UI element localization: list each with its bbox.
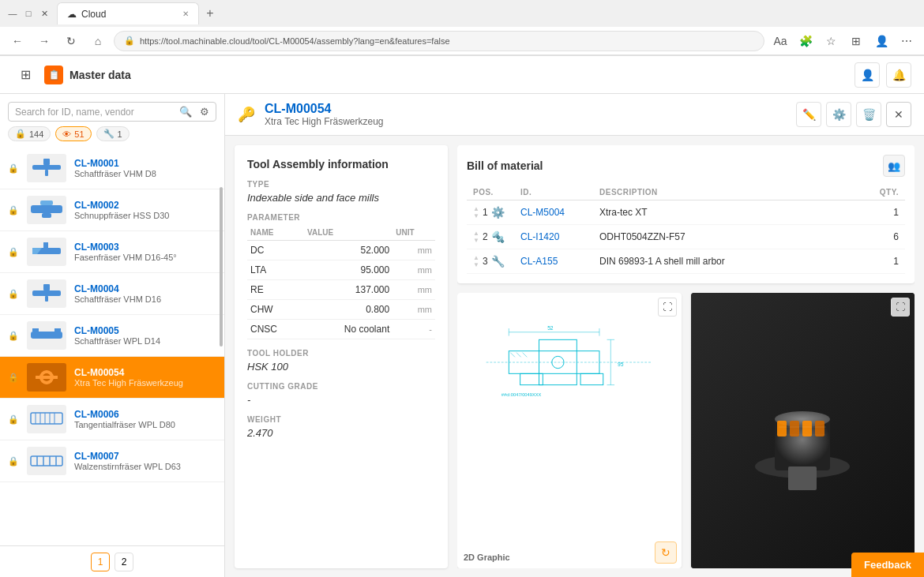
advanced-filter-icon[interactable]: ⚙ — [200, 106, 209, 118]
sidebar-item-cl-m0005[interactable]: 🔒 CL-M0005 Schaftfräser WPL D14 — [0, 315, 224, 357]
svg-text:52: 52 — [547, 325, 554, 331]
sidebar-scrollbar[interactable] — [220, 187, 223, 347]
forward-button[interactable]: → — [33, 30, 55, 52]
active-tab[interactable]: ☁ Cloud ✕ — [57, 2, 199, 24]
user-button[interactable]: 👤 — [855, 62, 880, 88]
lock-icon-7: 🔒 — [8, 414, 19, 425]
bom-id[interactable]: CL-M5004 — [514, 200, 593, 225]
profile-icon[interactable]: 👤 — [870, 30, 892, 52]
minimize-button[interactable]: — — [6, 7, 19, 20]
search-icon[interactable]: 🔍 — [179, 106, 192, 118]
translate-icon[interactable]: Aa — [769, 30, 791, 52]
param-value: 52.000 — [304, 241, 393, 260]
item-thumb-5 — [27, 321, 66, 350]
item-name-3: Fasenfräser VHM D16-45° — [74, 253, 216, 262]
favorites-icon[interactable]: ☆ — [820, 30, 842, 52]
sidebar-item-cl-m0004[interactable]: 🔒 CL-M0004 Schaftfräser VHM D16 — [0, 273, 224, 315]
lock-icon-5: 🔒 — [8, 331, 19, 341]
graphic-2d: 52 95 — [464, 299, 675, 425]
sidebar-items: 🔒 CL-M0001 Schaftfräser VHM D8 🔒 — [0, 148, 224, 545]
svg-text:95: 95 — [618, 362, 624, 367]
item-thumb-2 — [27, 196, 66, 224]
sidebar-pagination: 1 2 — [0, 545, 224, 577]
item-thumb-6 — [27, 363, 66, 392]
sidebar-search: 🔍 ⚙ — [0, 94, 224, 126]
param-row: RE137.000mm — [247, 280, 435, 300]
svg-rect-1 — [43, 159, 50, 165]
page-2-button[interactable]: 2 — [115, 553, 133, 571]
svg-rect-54 — [788, 466, 817, 490]
lock-icon-1: 🔒 — [8, 163, 19, 174]
expand-2d-button[interactable]: ⛶ — [658, 298, 677, 317]
close-detail-button[interactable]: ✕ — [886, 102, 911, 127]
bom-row: ▲▼ 2 🔩 CL-I1420 ODHT0504ZZN-F57 6 — [467, 225, 905, 249]
bom-col-pos: POS. — [467, 185, 514, 200]
svg-line-43 — [510, 353, 515, 358]
param-value: 95.000 — [304, 260, 393, 280]
collections-icon[interactable]: ⊞ — [845, 30, 867, 52]
bom-pos: ▲▼ 3 🔧 — [467, 249, 514, 274]
param-value: 137.000 — [304, 280, 393, 300]
sidebar-item-cl-m0003[interactable]: 🔒 CL-M0003 Fasenfräser VHM D16-45° — [0, 231, 224, 273]
svg-rect-8 — [43, 242, 48, 248]
param-unit: - — [393, 320, 435, 339]
sidebar-item-cl-m0006[interactable]: 🔒 CL-M0006 Tangentialfräser WPL D80 — [0, 399, 224, 440]
configure-button[interactable]: ⚙️ — [826, 102, 851, 127]
refresh-nav-button[interactable]: ↻ — [60, 30, 82, 52]
filter-all[interactable]: 🔒 144 — [8, 126, 51, 141]
lock-icon-3: 🔒 — [8, 247, 19, 257]
address-bar[interactable]: 🔒 https://tool.machinable.cloud/tool/CL-… — [114, 31, 764, 51]
filter-visible[interactable]: 👁 51 — [55, 126, 91, 141]
bom-panel: Bill of material 👥 POS. ID. DESCRIPTION … — [457, 145, 915, 283]
item-info-3: CL-M0003 Fasenfräser VHM D16-45° — [74, 242, 216, 262]
home-button[interactable]: ⌂ — [87, 30, 109, 52]
param-value: 0.800 — [304, 300, 393, 320]
filter-selected[interactable]: 🔧 1 — [96, 126, 130, 141]
search-box: 🔍 ⚙ — [8, 102, 216, 122]
page-1-button[interactable]: 1 — [91, 553, 110, 571]
svg-line-44 — [516, 353, 521, 358]
app-title: Master data — [69, 69, 131, 81]
item-name-6: Xtra Tec High Fräswerkzeug — [74, 378, 216, 388]
bom-table: POS. ID. DESCRIPTION QTY. ▲▼ 1 — [467, 185, 905, 274]
maximize-button[interactable]: □ — [22, 7, 35, 20]
item-name-1: Schaftfräser VHM D8 — [74, 169, 216, 178]
lock-icon-8: 🔒 — [8, 456, 19, 466]
close-window-button[interactable]: ✕ — [38, 7, 51, 20]
item-id-3: CL-M0003 — [74, 242, 216, 253]
extension-icon[interactable]: 🧩 — [794, 30, 817, 52]
item-thumb-8 — [27, 447, 66, 475]
svg-rect-3 — [31, 205, 62, 213]
feedback-button[interactable]: Feedback — [851, 553, 924, 577]
expand-photo-button[interactable]: ⛶ — [891, 298, 910, 317]
settings-icon[interactable]: ⋯ — [896, 30, 918, 52]
bom-action-button[interactable]: 👥 — [883, 155, 905, 177]
main-header: 🔑 CL-M00054 Xtra Tec High Fräswerkzeug ✏… — [225, 94, 924, 136]
search-input[interactable] — [15, 107, 175, 118]
col-unit-header: UNIT — [393, 225, 435, 241]
bom-id[interactable]: CL-I1420 — [514, 225, 593, 249]
apps-grid-button[interactable]: ⊞ — [14, 64, 36, 86]
item-info-4: CL-M0004 Schaftfräser VHM D16 — [74, 283, 216, 304]
bom-id[interactable]: CL-A155 — [514, 249, 593, 274]
photo-content — [691, 293, 915, 568]
item-name-5: Schaftfräser WPL D14 — [74, 336, 216, 346]
param-unit: mm — [393, 300, 435, 320]
browser-toolbar: ← → ↻ ⌂ 🔒 https://tool.machinable.cloud/… — [0, 27, 924, 55]
notifications-button[interactable]: 🔔 — [886, 62, 911, 88]
sidebar-item-cl-m0001[interactable]: 🔒 CL-M0001 Schaftfräser VHM D8 — [0, 148, 224, 189]
window-controls: — □ ✕ — [6, 7, 51, 20]
param-name: LTA — [247, 260, 304, 280]
delete-button[interactable]: 🗑️ — [856, 102, 881, 127]
sidebar-item-cl-m0007[interactable]: 🔒 CL-M0007 Walzenstirnfräser WPL D63 — [0, 440, 224, 482]
sidebar-item-cl-m00054[interactable]: 🔒 CL-M00054 Xtra Tec High Fräswerkzeug — [0, 357, 224, 399]
tab-close-icon[interactable]: ✕ — [182, 9, 189, 18]
bom-qty: 1 — [866, 200, 905, 225]
item-name-2: Schnuppfräser HSS D30 — [74, 211, 216, 220]
edit-button[interactable]: ✏️ — [796, 102, 821, 127]
refresh-2d-button[interactable]: ↻ — [655, 541, 677, 564]
new-tab-button[interactable]: + — [199, 2, 221, 24]
back-button[interactable]: ← — [6, 30, 28, 52]
param-value: No coolant — [304, 320, 393, 339]
sidebar-item-cl-m0002[interactable]: 🔒 CL-M0002 Schnuppfräser HSS D30 — [0, 189, 224, 231]
